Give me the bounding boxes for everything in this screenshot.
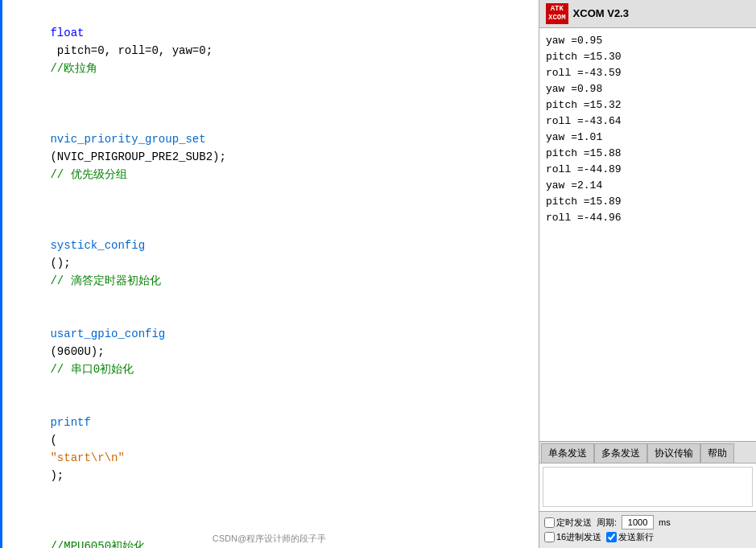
comment-4: // 串口0初始化 xyxy=(50,363,134,376)
xcom-send-input[interactable] xyxy=(543,467,753,507)
xcom-data-line: pitch =15.89 xyxy=(546,194,750,210)
xcom-data-line: yaw =0.98 xyxy=(546,81,750,97)
code-line-4: usart_gpio_config (9600U); // 串口0初始化 xyxy=(10,307,529,396)
watermark: CSDN@程序设计师的段子手 xyxy=(0,533,539,545)
keyword-float: float xyxy=(50,27,84,39)
timed-send-text: 定时发送 xyxy=(556,517,592,529)
timed-send-checkbox[interactable] xyxy=(544,517,555,528)
fn-usart: usart_gpio_config xyxy=(50,328,165,340)
left-border xyxy=(0,0,2,548)
hex-send-label[interactable]: 16进制发送 xyxy=(544,531,601,543)
code-line-blank-1 xyxy=(10,95,529,113)
send-newline-label[interactable]: 发送新行 xyxy=(606,531,654,543)
logo-line1: ATK xyxy=(548,5,566,14)
xcom-footer-row-2: 16进制发送 发送新行 xyxy=(544,531,751,543)
comment-2: // 优先级分组 xyxy=(50,168,126,181)
xcom-panel: ATK XCOM XCOM V2.3 yaw =0.95pitch =15.30… xyxy=(539,0,756,548)
code-line-5: printf ( "start\r\n" ); xyxy=(10,396,529,502)
code-text: (NVIC_PRIGROUP_PRE2_SUB2); xyxy=(50,150,253,163)
xcom-data-line: yaw =0.95 xyxy=(546,33,750,49)
code-editor: float pitch=0, roll=0, yaw=0; //欧拉角 nvic… xyxy=(0,0,539,548)
xcom-data-line: roll =-43.59 xyxy=(546,65,750,81)
xcom-data-area: yaw =0.95pitch =15.30roll =-43.59yaw =0.… xyxy=(539,28,756,442)
ms-label: ms xyxy=(659,517,671,527)
xcom-titlebar: ATK XCOM XCOM V2.3 xyxy=(539,0,756,28)
xcom-tab[interactable]: 帮助 xyxy=(700,443,734,463)
xcom-footer-row-1: 定时发送 周期: ms xyxy=(544,515,751,529)
comment-3: // 滴答定时器初始化 xyxy=(50,274,160,287)
xcom-tab[interactable]: 协议传输 xyxy=(647,443,700,463)
period-input[interactable] xyxy=(622,515,654,529)
xcom-input-area[interactable] xyxy=(539,464,756,512)
code-text-5b: ); xyxy=(50,469,64,482)
xcom-title: XCOM V2.3 xyxy=(573,7,629,19)
code-line-3: systick_config (); // 滴答定时器初始化 xyxy=(10,219,529,307)
code-line-1: float pitch=0, roll=0, yaw=0; //欧拉角 xyxy=(10,6,529,95)
hex-send-checkbox[interactable] xyxy=(544,532,555,542)
xcom-tabs: 单条发送多条发送协议传输帮助 xyxy=(539,442,756,464)
code-text-5: ( xyxy=(50,434,56,447)
xcom-data-line: roll =-44.96 xyxy=(546,210,750,226)
fn-printf-1: printf xyxy=(50,416,90,429)
xcom-data-line: roll =-44.89 xyxy=(546,162,750,178)
code-line-blank-2 xyxy=(10,201,529,219)
xcom-data-line: roll =-43.64 xyxy=(546,113,750,130)
xcom-footer: 定时发送 周期: ms 16进制发送 发送新行 xyxy=(539,512,756,548)
fn-systick: systick_config xyxy=(50,239,145,252)
fn-nvic: nvic_priority_group_set xyxy=(50,133,205,146)
xcom-data-line: pitch =15.32 xyxy=(546,97,750,113)
xcom-data-line: yaw =2.14 xyxy=(546,178,750,194)
logo-line2: XCOM xyxy=(548,14,566,23)
send-newline-checkbox[interactable] xyxy=(606,532,617,542)
code-text: pitch=0, roll=0, yaw=0; xyxy=(50,44,320,57)
xcom-logo: ATK XCOM xyxy=(546,3,568,24)
comment-1: //欧拉角 xyxy=(50,62,97,75)
code-text-3: (); xyxy=(50,257,259,270)
code-text-4: (9600U); xyxy=(50,345,239,358)
xcom-tab[interactable]: 多条发送 xyxy=(594,443,647,463)
period-label: 周期: xyxy=(597,517,617,529)
send-newline-text: 发送新行 xyxy=(618,531,654,543)
str-start: "start\r\n" xyxy=(50,451,124,464)
timed-send-label[interactable]: 定时发送 xyxy=(544,517,592,529)
xcom-data-line: pitch =15.88 xyxy=(546,146,750,162)
xcom-tab[interactable]: 单条发送 xyxy=(541,443,594,463)
xcom-data-line: yaw =1.01 xyxy=(546,130,750,146)
main-container: float pitch=0, roll=0, yaw=0; //欧拉角 nvic… xyxy=(0,0,756,548)
code-line-blank-3 xyxy=(10,502,529,520)
xcom-data-line: pitch =15.30 xyxy=(546,49,750,65)
code-line-2: nvic_priority_group_set (NVIC_PRIGROUP_P… xyxy=(10,113,529,201)
hex-send-text: 16进制发送 xyxy=(556,531,601,543)
